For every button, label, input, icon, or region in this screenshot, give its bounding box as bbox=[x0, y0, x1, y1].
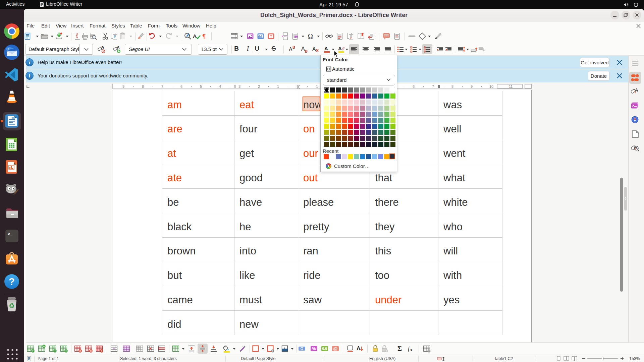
svg-text:>_: >_ bbox=[8, 232, 13, 237]
svg-text:A: A bbox=[312, 46, 316, 52]
svg-text:@: @ bbox=[333, 346, 338, 351]
svg-text:A: A bbox=[636, 146, 638, 150]
svg-text:B: B bbox=[305, 49, 308, 53]
svg-text:x: x bbox=[410, 348, 413, 352]
svg-text:¶: ¶ bbox=[202, 33, 206, 40]
svg-text:♻: ♻ bbox=[9, 302, 15, 309]
svg-text:A: A bbox=[117, 45, 120, 50]
svg-text:A: A bbox=[301, 46, 305, 52]
svg-text:A: A bbox=[635, 87, 638, 93]
svg-text:0.0: 0.0 bbox=[322, 347, 327, 351]
svg-text:A: A bbox=[76, 36, 78, 39]
svg-text:f: f bbox=[408, 346, 410, 352]
svg-text:A: A bbox=[289, 47, 292, 52]
svg-text:A: A bbox=[101, 45, 104, 50]
svg-text:Ω: Ω bbox=[308, 33, 313, 40]
svg-text:B: B bbox=[292, 45, 295, 49]
svg-text:A: A bbox=[324, 46, 328, 51]
svg-text:Σ: Σ bbox=[397, 345, 402, 352]
svg-text:%: % bbox=[312, 346, 316, 351]
svg-text:A: A bbox=[193, 33, 197, 39]
svg-text:A: A bbox=[357, 346, 361, 351]
